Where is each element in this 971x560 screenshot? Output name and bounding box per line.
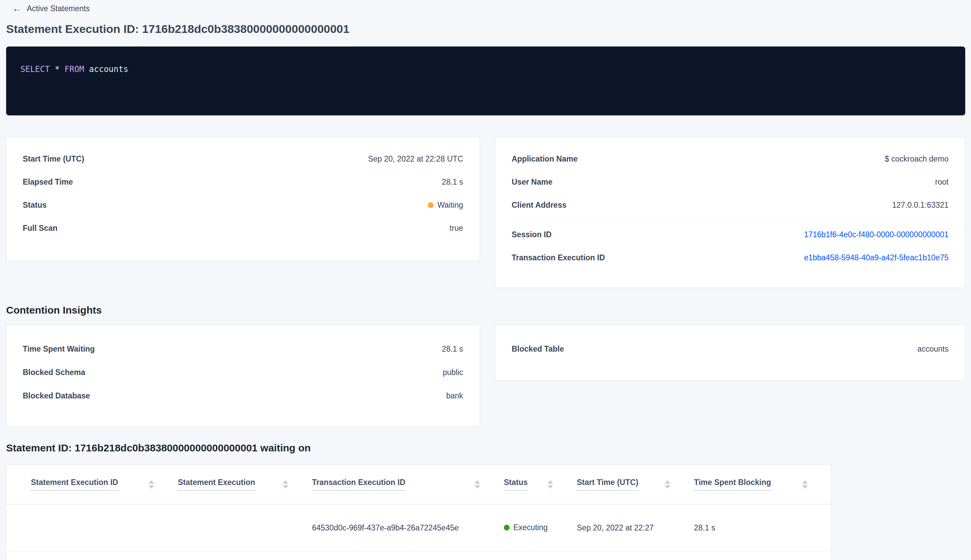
column-header-transaction-execution-id[interactable]: Transaction Execution ID	[312, 465, 504, 504]
sort-icon	[283, 480, 288, 489]
cell-status: Executing	[504, 504, 577, 552]
table-row: 64530d0c-969f-437e-a9b4-26a72245e45e Exe…	[7, 504, 831, 552]
kv-value: $ cockroach demo	[885, 155, 949, 163]
status-text: Waiting	[437, 201, 463, 210]
contention-insights-heading: Contention Insights	[6, 305, 965, 316]
kv-label: Elapsed Time	[23, 178, 73, 187]
kv-label: Start Time (UTC)	[23, 155, 84, 163]
execution-details-card: Start Time (UTC) Sep 20, 2022 at 22:28 U…	[6, 137, 480, 261]
column-header-time-spent-blocking[interactable]: Time Spent Blocking	[694, 465, 831, 504]
kv-row-application-name: Application Name $ cockroach demo	[512, 147, 949, 170]
kv-value: 28.1 s	[442, 345, 463, 353]
kv-label: Blocked Schema	[23, 368, 85, 377]
kv-row-status: Status Waiting	[23, 193, 463, 217]
table-header-row: Statement Execution ID Statement Executi…	[7, 465, 831, 504]
kv-value: bank	[446, 391, 463, 400]
kv-value: 28.1 s	[442, 178, 463, 187]
kv-label: Full Scan	[23, 224, 57, 233]
sort-icon	[548, 480, 553, 489]
sort-icon	[149, 480, 154, 489]
cell-statement-execution-id	[7, 504, 178, 552]
back-to-active-statements-link[interactable]: ← Active Statements	[12, 4, 90, 13]
kv-label: Application Name	[512, 155, 577, 163]
cell-statement-execution	[178, 504, 312, 552]
waiting-status-dot-icon	[428, 202, 434, 208]
sql-text: accounts	[84, 65, 128, 74]
column-label: Statement Execution ID	[31, 478, 118, 491]
column-header-start-time[interactable]: Start Time (UTC)	[577, 465, 694, 504]
column-label: Start Time (UTC)	[577, 478, 638, 491]
column-label: Time Spent Blocking	[694, 478, 771, 491]
kv-row-transaction-execution-id: Transaction Execution ID e1bba458-5948-4…	[512, 246, 949, 269]
kv-label: Session ID	[512, 230, 552, 239]
sort-icon	[802, 480, 808, 489]
kv-row-start-time: Start Time (UTC) Sep 20, 2022 at 22:28 U…	[23, 147, 463, 170]
sql-keyword: FROM	[65, 65, 84, 74]
page-title: Statement Execution ID: 1716b218dc0b3838…	[6, 22, 965, 36]
column-label: Status	[504, 478, 527, 491]
sql-keyword: SELECT	[20, 65, 50, 74]
kv-row-client-address: Client Address 127.0.0.1:63321	[512, 193, 949, 217]
waiting-statements-table-card: Statement Execution ID Statement Executi…	[6, 465, 831, 560]
waiting-statements-table: Statement Execution ID Statement Executi…	[7, 465, 831, 552]
kv-label: Client Address	[512, 201, 566, 210]
session-id-link[interactable]: 1716b1f6-4e0c-f480-0000-000000000001	[804, 230, 949, 239]
status-badge: Waiting	[428, 201, 463, 210]
column-header-statement-execution[interactable]: Statement Execution	[178, 465, 312, 504]
sort-icon	[665, 480, 670, 489]
kv-value: accounts	[918, 345, 949, 353]
kv-label: User Name	[512, 178, 552, 187]
kv-row-elapsed-time: Elapsed Time 28.1 s	[23, 170, 463, 193]
status-badge: Executing	[504, 523, 548, 532]
kv-row-full-scan: Full Scan true	[23, 217, 463, 240]
contention-details-card: Time Spent Waiting 28.1 s Blocked Schema…	[6, 325, 480, 427]
overview-cards-row: Start Time (UTC) Sep 20, 2022 at 22:28 U…	[6, 137, 965, 288]
blocked-table-card: Blocked Table accounts	[495, 325, 965, 380]
kv-row-session-id: Session ID 1716b1f6-4e0c-f480-0000-00000…	[512, 223, 949, 246]
kv-row-blocked-schema: Blocked Schema public	[23, 361, 463, 384]
kv-row-user-name: User Name root	[512, 170, 949, 193]
kv-row-time-spent-waiting: Time Spent Waiting 28.1 s	[23, 337, 463, 361]
transaction-execution-id-link[interactable]: e1bba458-5948-40a9-a42f-5feac1b10e75	[804, 253, 949, 262]
status-text: Executing	[513, 523, 548, 532]
back-arrow-icon: ←	[12, 4, 22, 13]
kv-row-blocked-database: Blocked Database bank	[23, 384, 463, 408]
column-header-status[interactable]: Status	[504, 465, 577, 504]
session-details-card: Application Name $ cockroach demo User N…	[495, 137, 965, 288]
kv-value: true	[449, 224, 463, 233]
statement-execution-page: ← Active Statements Statement Execution …	[0, 0, 971, 560]
kv-value: Sep 20, 2022 at 22:28 UTC	[368, 155, 463, 163]
kv-label: Blocked Database	[23, 391, 90, 400]
back-link-label: Active Statements	[27, 4, 90, 13]
cell-start-time: Sep 20, 2022 at 22:27	[577, 504, 694, 552]
sql-statement-box: SELECT * FROM accounts	[6, 47, 965, 115]
sql-text: *	[50, 65, 65, 74]
kv-label: Time Spent Waiting	[23, 345, 95, 353]
kv-value: public	[443, 368, 463, 377]
waiting-on-heading: Statement ID: 1716b218dc0b38380000000000…	[6, 442, 965, 454]
kv-value: 127.0.0.1:63321	[892, 201, 949, 210]
kv-row-blocked-table: Blocked Table accounts	[512, 337, 949, 361]
column-header-statement-execution-id[interactable]: Statement Execution ID	[7, 465, 178, 504]
kv-label: Status	[23, 201, 47, 210]
kv-label: Blocked Table	[512, 345, 564, 353]
sort-icon	[475, 480, 480, 489]
contention-cards-row: Time Spent Waiting 28.1 s Blocked Schema…	[6, 325, 965, 427]
cell-transaction-execution-id: 64530d0c-969f-437e-a9b4-26a72245e45e	[312, 504, 504, 552]
column-label: Transaction Execution ID	[312, 478, 405, 491]
kv-label: Transaction Execution ID	[512, 253, 605, 262]
executing-status-dot-icon	[504, 525, 510, 530]
cell-time-spent-blocking: 28.1 s	[694, 504, 831, 552]
column-label: Statement Execution	[178, 478, 255, 491]
kv-value: root	[935, 178, 949, 187]
